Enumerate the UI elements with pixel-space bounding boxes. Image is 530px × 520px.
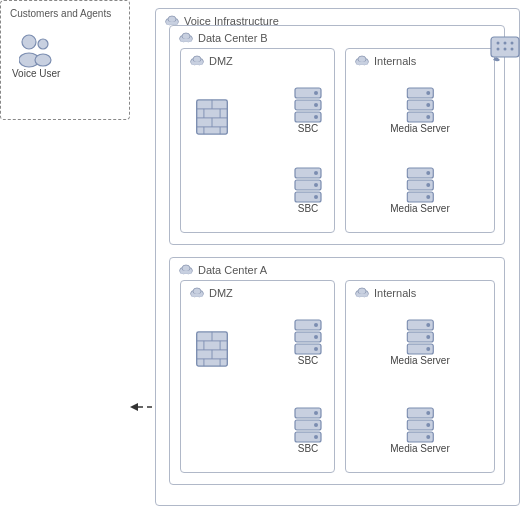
svg-point-55 [426,183,430,187]
svg-point-17 [193,56,201,62]
svg-point-79 [314,335,318,339]
svg-point-85 [314,423,318,427]
svg-point-89 [358,288,366,294]
media-a1-wrap: Media Server [390,319,449,366]
cloud-icon-internalsb [354,54,370,66]
media-a1-icon [406,319,434,355]
media-b2-wrap: Media Server [390,167,449,214]
sbc-b2-wrap: SBC [294,167,322,214]
sbc-b1-icon [294,87,322,123]
svg-point-86 [314,435,318,439]
svg-point-34 [314,115,318,119]
firewall-a-icon [195,331,229,367]
svg-rect-44 [356,62,367,65]
dc-b-box: Data Center B DMZ [169,25,505,245]
voice-user-wrap: Voice User [12,32,60,79]
firewall-b-icon [195,99,229,135]
sbc-b1-wrap: SBC [294,87,322,134]
svg-point-78 [314,323,318,327]
svg-point-39 [314,183,318,187]
svg-point-112 [504,48,507,51]
svg-rect-107 [491,37,519,57]
sbc-b1-label: SBC [298,123,319,134]
svg-point-84 [314,411,318,415]
svg-point-50 [426,115,430,119]
dc-a-label: Data Center A [198,264,267,276]
sbc-b2-icon [294,167,322,203]
dc-b-label: Data Center B [198,32,268,44]
svg-rect-60 [180,271,191,274]
svg-point-32 [314,91,318,95]
svg-marker-3 [130,403,138,411]
voice-infra-box: Voice Infrastructure Data Center B DMZ [155,8,520,506]
svg-point-43 [358,56,366,62]
sbc-a1-label: SBC [298,355,319,366]
cloud-icon-internalsa [354,286,370,298]
svg-point-108 [497,42,500,45]
diagram: Voice Infrastructure Data Center B DMZ [0,0,530,520]
cloud-icon-dmza [189,286,205,298]
svg-point-48 [426,91,430,95]
svg-point-38 [314,171,318,175]
sbc-a2-wrap: SBC [294,407,322,454]
media-b2-label: Media Server [390,203,449,214]
dmz-a-box: DMZ [180,280,335,473]
media-b1-icon [406,87,434,123]
sbc-a2-icon [294,407,322,443]
internals-b-label: Internals [374,55,416,67]
firewall-a-icon-wrap [195,331,229,367]
svg-point-33 [314,103,318,107]
svg-point-13 [182,33,190,39]
media-b1-wrap: Media Server [390,87,449,134]
sbc-b2-label: SBC [298,203,319,214]
firewall-b-icon-wrap [195,99,229,135]
svg-point-63 [193,288,201,294]
cloud-icon-dmzb [189,54,205,66]
svg-rect-90 [356,294,367,297]
phone-wrap [490,36,520,66]
svg-point-54 [426,171,430,175]
phone-icon [490,36,520,66]
svg-point-109 [504,42,507,45]
sbc-a1-icon [294,319,322,355]
media-a1-label: Media Server [390,355,449,366]
svg-point-49 [426,103,430,107]
sbc-a2-label: SBC [298,443,319,454]
media-a2-wrap: Media Server [390,407,449,454]
svg-point-94 [426,323,430,327]
svg-point-80 [314,347,318,351]
svg-rect-64 [191,294,202,297]
svg-point-111 [497,48,500,51]
svg-point-113 [511,48,514,51]
svg-point-40 [314,195,318,199]
svg-point-106 [35,54,51,66]
dmz-a-label: DMZ [209,287,233,299]
svg-point-103 [22,35,36,49]
svg-rect-14 [180,39,191,42]
svg-point-56 [426,195,430,199]
internals-a-label: Internals [374,287,416,299]
customers-label: Customers and Agents [10,8,111,19]
cloud-icon-dca [178,263,194,275]
voice-user-label: Voice User [12,68,60,79]
svg-rect-18 [191,62,202,65]
internals-b-box: Internals Media Server [345,48,495,233]
media-a2-icon [406,407,434,443]
media-b1-label: Media Server [390,123,449,134]
svg-point-95 [426,335,430,339]
media-a2-label: Media Server [390,443,449,454]
internals-a-box: Internals Media Server [345,280,495,473]
svg-point-59 [182,265,190,271]
svg-point-110 [511,42,514,45]
person-icon [19,32,53,68]
dmz-b-label: DMZ [209,55,233,67]
svg-point-96 [426,347,430,351]
svg-point-101 [426,423,430,427]
dmz-b-box: DMZ [180,48,335,233]
svg-point-102 [426,435,430,439]
svg-point-9 [168,16,176,22]
cloud-icon-dcb [178,31,194,43]
svg-point-105 [38,39,48,49]
sbc-a1-wrap: SBC [294,319,322,366]
customers-box: Customers and Agents Voice User [0,0,130,120]
